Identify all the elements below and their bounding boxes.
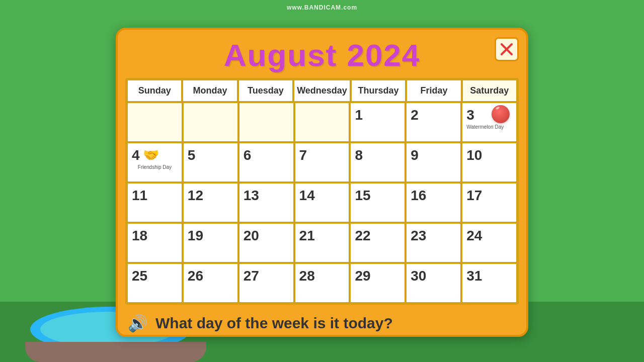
watermelon-icon	[492, 105, 510, 123]
footer-question: What day of the week is it today?	[155, 315, 393, 332]
calendar-header: August 2024	[118, 30, 526, 78]
cell-day-28: 28	[294, 263, 350, 303]
day-header-monday: Monday	[182, 79, 237, 102]
calendar-body: Sunday Monday Tuesday Wednesday Thursday…	[125, 78, 519, 305]
cell-day-27: 27	[238, 263, 294, 303]
cell-day-18: 18	[127, 223, 183, 263]
x-icon	[500, 42, 514, 56]
background-dirt	[25, 342, 206, 362]
day-header-saturday: Saturday	[462, 79, 517, 102]
friendship-icon: 🤝	[143, 147, 159, 163]
cell-day-24: 24	[461, 223, 517, 263]
cell-day-5: 5	[183, 142, 238, 183]
cell-day-10: 10	[461, 142, 517, 183]
day-header-sunday: Sunday	[127, 79, 182, 102]
cell-day-21: 21	[294, 223, 350, 263]
calendar-window: August 2024 Sunday Monday Tuesday Wednes…	[116, 28, 528, 337]
cell-day-9: 9	[406, 142, 461, 183]
cell-day-1: 1	[350, 102, 406, 142]
cell-day-16: 16	[406, 183, 461, 223]
cell-day-19: 19	[183, 223, 238, 263]
watermelon-day-label: Watermelon Day	[466, 124, 504, 130]
cell-day-17: 17	[461, 183, 517, 223]
cell-day-8: 8	[350, 142, 406, 183]
cell-day-12: 12	[183, 183, 238, 223]
cell-empty-4	[294, 102, 350, 142]
day-header-friday: Friday	[406, 79, 461, 102]
watermark: www.BANDICAM.com	[287, 4, 357, 11]
close-button[interactable]	[495, 37, 519, 61]
calendar-grid: 1 2 3 Watermelon Day 4 🤝 Friendship Day	[127, 102, 517, 303]
day-headers: Sunday Monday Tuesday Wednesday Thursday…	[127, 79, 517, 102]
calendar-title: August 2024	[128, 37, 516, 73]
cell-day-3: 3 Watermelon Day	[461, 102, 517, 142]
day-header-wednesday: Wednesday	[293, 79, 351, 102]
cell-empty-3	[238, 102, 294, 142]
speaker-icon[interactable]: 🔊	[128, 314, 148, 333]
cell-day-25: 25	[127, 263, 183, 303]
cell-day-23: 23	[406, 223, 461, 263]
cell-day-29: 29	[350, 263, 406, 303]
cell-day-14: 14	[294, 183, 350, 223]
cell-day-20: 20	[238, 223, 294, 263]
friendship-day-label: Friendship Day	[132, 164, 178, 170]
cell-day-6: 6	[238, 142, 294, 183]
cell-day-13: 13	[238, 183, 294, 223]
cell-day-26: 26	[183, 263, 238, 303]
cell-day-4: 4 🤝 Friendship Day	[127, 142, 183, 183]
cell-empty-1	[127, 102, 183, 142]
cell-empty-2	[183, 102, 238, 142]
cell-day-22: 22	[350, 223, 406, 263]
cell-day-31: 31	[461, 263, 517, 303]
cell-day-15: 15	[350, 183, 406, 223]
cell-day-30: 30	[406, 263, 461, 303]
day-header-tuesday: Tuesday	[238, 79, 293, 102]
cell-day-11: 11	[127, 183, 183, 223]
cell-day-2: 2	[406, 102, 461, 142]
cell-day-7: 7	[294, 142, 350, 183]
calendar-footer: 🔊 What day of the week is it today?	[118, 305, 526, 342]
day-header-thursday: Thursday	[351, 79, 406, 102]
